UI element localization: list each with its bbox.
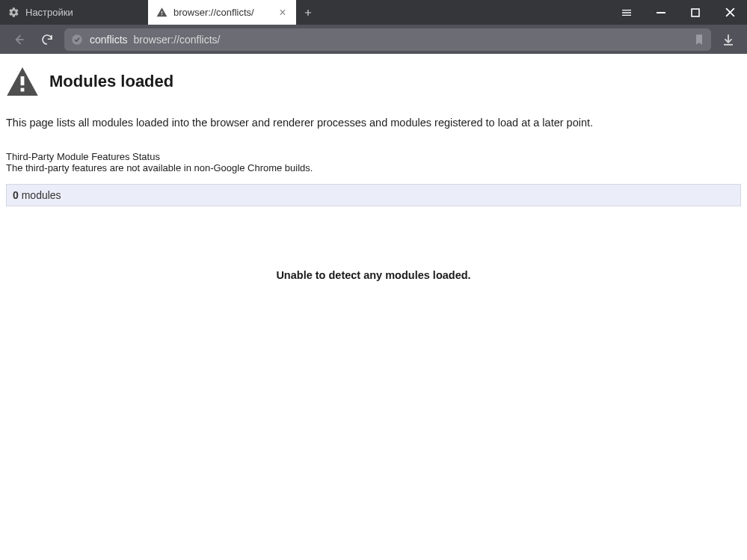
window-controls	[609, 0, 747, 25]
title-bar: Настройки browser://conflicts/ ×	[0, 0, 747, 25]
gear-icon	[7, 7, 19, 19]
address-bar[interactable]: conflicts browser://conflicts/	[64, 28, 711, 51]
maximize-button[interactable]	[678, 0, 713, 25]
tpm-status-title: Third-Party Module Features Status	[6, 151, 741, 162]
empty-message: Unable to detect any modules loaded.	[6, 269, 741, 281]
close-button[interactable]	[713, 0, 747, 25]
page-content: Modules loaded This page lists all modul…	[0, 54, 747, 281]
tab-label: browser://conflicts/	[173, 7, 254, 18]
svg-point-2	[72, 34, 82, 45]
downloads-button[interactable]	[717, 28, 740, 51]
address-chip: conflicts	[90, 34, 128, 46]
tab-conflicts[interactable]: browser://conflicts/ ×	[148, 0, 296, 25]
reload-button[interactable]	[36, 28, 58, 51]
warning-icon	[156, 7, 167, 19]
address-url: browser://conflicts/	[134, 34, 221, 46]
page-description: This page lists all modules loaded into …	[6, 115, 741, 132]
tab-settings[interactable]: Настройки	[0, 0, 148, 25]
toolbar: conflicts browser://conflicts/	[0, 25, 747, 54]
page-header: Modules loaded	[6, 67, 741, 96]
tab-close-button[interactable]: ×	[277, 6, 289, 19]
modules-count-bar: 0 modules	[6, 184, 741, 206]
new-tab-button[interactable]	[296, 0, 320, 25]
site-identity-icon[interactable]	[70, 33, 84, 46]
svg-rect-3	[21, 76, 25, 85]
back-button[interactable]	[7, 28, 30, 51]
minimize-button[interactable]	[644, 0, 678, 25]
svg-rect-4	[21, 88, 25, 92]
modules-count: 0	[13, 189, 19, 201]
tab-label: Настройки	[25, 7, 73, 18]
svg-rect-1	[692, 9, 699, 16]
modules-label: modules	[19, 189, 61, 201]
warning-triangle-icon	[6, 67, 39, 96]
svg-rect-0	[657, 12, 665, 13]
page-title: Modules loaded	[49, 72, 173, 91]
bookmark-icon[interactable]	[693, 34, 705, 46]
menu-button[interactable]	[609, 0, 644, 25]
tpm-status-desc: The third-party features are not availab…	[6, 162, 741, 173]
